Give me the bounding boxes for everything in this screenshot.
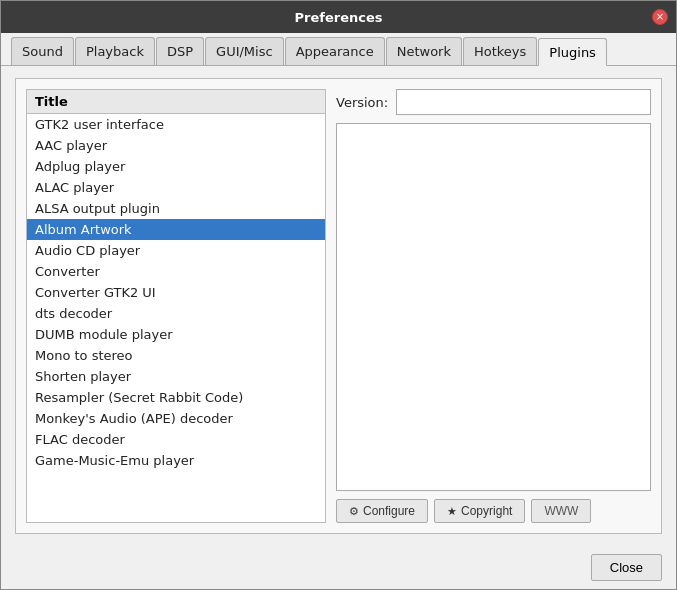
version-input[interactable] [396,89,651,115]
list-item[interactable]: Resampler (Secret Rabbit Code) [27,387,325,408]
list-item[interactable]: Game-Music-Emu player [27,450,325,471]
list-item[interactable]: Mono to stereo [27,345,325,366]
tab-bar: SoundPlaybackDSPGUI/MiscAppearanceNetwor… [1,33,676,66]
list-item[interactable]: AAC player [27,135,325,156]
main-panel: Title GTK2 user interfaceAAC playerAdplu… [15,78,662,534]
configure-button[interactable]: ⚙ Configure [336,499,428,523]
list-item[interactable]: FLAC decoder [27,429,325,450]
description-box [336,123,651,491]
list-item[interactable]: GTK2 user interface [27,114,325,135]
configure-label: Configure [363,504,415,518]
copyright-button[interactable]: ★ Copyright [434,499,525,523]
version-label: Version: [336,95,388,110]
list-item[interactable]: Audio CD player [27,240,325,261]
titlebar: Preferences × [1,1,676,33]
list-item[interactable]: ALAC player [27,177,325,198]
window-title: Preferences [295,10,383,25]
close-button[interactable]: Close [591,554,662,581]
list-item[interactable]: Shorten player [27,366,325,387]
window-close-button[interactable]: × [652,9,668,25]
tab-hotkeys[interactable]: Hotkeys [463,37,537,65]
list-item[interactable]: ALSA output plugin [27,198,325,219]
list-item[interactable]: Converter GTK2 UI [27,282,325,303]
content-area: Title GTK2 user interfaceAAC playerAdplu… [1,66,676,546]
tab-sound[interactable]: Sound [11,37,74,65]
list-item[interactable]: Adplug player [27,156,325,177]
right-panel: Version: ⚙ Configure ★ Copyright WWW [336,89,651,523]
list-item[interactable]: dts decoder [27,303,325,324]
tab-gui_misc[interactable]: GUI/Misc [205,37,284,65]
plugin-list-scroll[interactable]: GTK2 user interfaceAAC playerAdplug play… [27,114,325,522]
tab-appearance[interactable]: Appearance [285,37,385,65]
tab-playback[interactable]: Playback [75,37,155,65]
plugin-list-panel: Title GTK2 user interfaceAAC playerAdplu… [26,89,326,523]
tab-dsp[interactable]: DSP [156,37,204,65]
tab-network[interactable]: Network [386,37,462,65]
www-button[interactable]: WWW [531,499,591,523]
footer: Close [1,546,676,589]
list-item[interactable]: Album Artwork [27,219,325,240]
list-item[interactable]: DUMB module player [27,324,325,345]
list-item[interactable]: Converter [27,261,325,282]
list-item[interactable]: Monkey's Audio (APE) decoder [27,408,325,429]
www-label: WWW [544,504,578,518]
action-buttons: ⚙ Configure ★ Copyright WWW [336,499,651,523]
preferences-window: Preferences × SoundPlaybackDSPGUI/MiscAp… [0,0,677,590]
version-row: Version: [336,89,651,115]
configure-icon: ⚙ [349,505,359,518]
copyright-icon: ★ [447,505,457,518]
copyright-label: Copyright [461,504,512,518]
list-header: Title [27,90,325,114]
tab-plugins[interactable]: Plugins [538,38,607,66]
